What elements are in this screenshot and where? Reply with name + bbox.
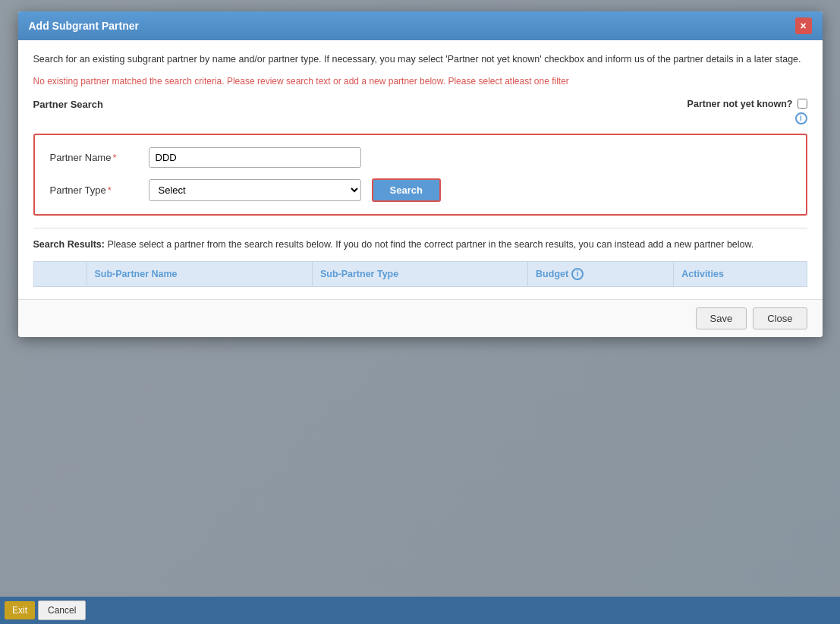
search-results-bold: Search Results: [33, 239, 105, 250]
search-results-text: Search Results: Please select a partner … [33, 238, 807, 252]
modal-title: Add Subgrant Partner [29, 20, 139, 32]
table-header-row: Sub-Partner Name Sub-Partner Type Budget… [33, 261, 807, 286]
partner-not-known-row: Partner not yet known? [687, 99, 807, 109]
search-form-box: Partner Name* Partner Type* Select Searc… [33, 134, 807, 216]
close-button[interactable]: Close [753, 307, 807, 329]
divider [33, 228, 807, 228]
col-sub-partner-type-header: Sub-Partner Type [312, 261, 527, 286]
partner-name-input[interactable] [149, 147, 361, 168]
budget-info-icon[interactable]: i [571, 268, 584, 280]
modal-description: Search for an existing subgrant partner … [33, 52, 807, 67]
bottom-bar: Exit Cancel [0, 597, 840, 624]
col-select-header [33, 261, 87, 286]
partner-not-known-checkbox[interactable] [798, 99, 807, 109]
info-icon[interactable]: i [795, 112, 807, 124]
partner-name-label: Partner Name* [50, 152, 149, 163]
partner-not-known-label: Partner not yet known? [687, 99, 793, 109]
error-message: No existing partner matched the search c… [33, 74, 807, 88]
partner-not-known-section: Partner not yet known? i [687, 99, 807, 124]
modal-overlay: Add Subgrant Partner × Search for an exi… [0, 0, 840, 624]
partner-type-required: * [108, 184, 112, 196]
search-button[interactable]: Search [372, 178, 441, 202]
modal-header: Add Subgrant Partner × [18, 11, 823, 40]
table-head: Sub-Partner Name Sub-Partner Type Budget… [33, 261, 807, 286]
col-sub-partner-name-header: Sub-Partner Name [87, 261, 312, 286]
search-results-table: Sub-Partner Name Sub-Partner Type Budget… [33, 261, 807, 287]
col-activities-header: Activities [674, 261, 807, 286]
modal-close-button[interactable]: × [795, 17, 812, 34]
search-section-header: Partner Search Partner not yet known? i [33, 99, 807, 124]
partner-type-select[interactable]: Select [149, 179, 361, 201]
partner-search-label: Partner Search [33, 99, 104, 110]
search-results-detail: Please select a partner from the search … [105, 239, 753, 250]
partner-type-row: Partner Type* Select Search [50, 178, 791, 202]
partner-name-row: Partner Name* [50, 147, 791, 168]
cancel-button[interactable]: Cancel [38, 600, 86, 620]
partner-name-required: * [112, 152, 116, 163]
col-budget-header: Budget i [528, 261, 674, 286]
add-subgrant-partner-modal: Add Subgrant Partner × Search for an exi… [18, 11, 823, 337]
modal-body: Search for an existing subgrant partner … [18, 40, 823, 299]
exit-button[interactable]: Exit [5, 601, 35, 619]
save-button[interactable]: Save [696, 307, 747, 329]
partner-type-label: Partner Type* [50, 184, 149, 196]
modal-footer: Save Close [18, 299, 823, 337]
